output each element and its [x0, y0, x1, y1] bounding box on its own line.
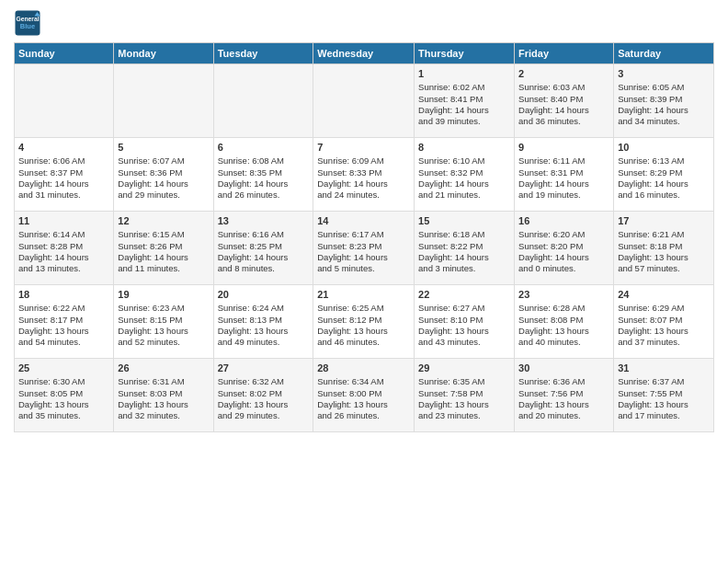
day-info: Daylight: 13 hours — [218, 326, 310, 337]
day-info: Sunset: 7:58 PM — [418, 388, 510, 399]
calendar-day-cell: 30Sunrise: 6:36 AMSunset: 7:56 PMDayligh… — [515, 359, 614, 432]
day-number: 19 — [118, 288, 209, 301]
day-info: Daylight: 13 hours — [118, 326, 209, 337]
day-info: Sunrise: 6:14 AM — [18, 229, 109, 240]
day-info: Sunset: 8:18 PM — [618, 241, 710, 252]
day-info: Sunset: 8:17 PM — [18, 315, 109, 326]
day-info: Sunset: 8:07 PM — [618, 315, 710, 326]
day-info: and 5 minutes. — [317, 263, 410, 274]
day-number: 25 — [18, 362, 109, 374]
day-info: and 23 minutes. — [418, 410, 510, 421]
day-info: Sunrise: 6:11 AM — [518, 155, 609, 167]
calendar-week-row: 25Sunrise: 6:30 AMSunset: 8:05 PMDayligh… — [15, 359, 714, 432]
day-info: Daylight: 14 hours — [118, 252, 209, 263]
day-info: Daylight: 14 hours — [118, 178, 209, 190]
day-info: Sunrise: 6:23 AM — [118, 303, 209, 314]
day-info: Daylight: 14 hours — [618, 178, 710, 190]
calendar-day-cell: 4Sunrise: 6:06 AMSunset: 8:37 PMDaylight… — [15, 138, 114, 212]
calendar-day-cell: 5Sunrise: 6:07 AMSunset: 8:36 PMDaylight… — [114, 138, 213, 212]
day-number: 29 — [418, 362, 510, 374]
day-number: 6 — [218, 141, 310, 154]
day-info: and 36 minutes. — [518, 116, 609, 127]
day-info: Sunrise: 6:29 AM — [618, 303, 710, 314]
calendar-day-cell: 15Sunrise: 6:18 AMSunset: 8:22 PMDayligh… — [415, 212, 515, 285]
calendar-day-cell: 25Sunrise: 6:30 AMSunset: 8:05 PMDayligh… — [15, 359, 114, 432]
day-info: Daylight: 13 hours — [418, 399, 510, 410]
svg-text:General: General — [16, 16, 39, 22]
day-info: Sunrise: 6:21 AM — [618, 229, 710, 240]
day-number: 1 — [418, 67, 510, 80]
calendar-day-cell: 22Sunrise: 6:27 AMSunset: 8:10 PMDayligh… — [415, 285, 515, 359]
calendar-week-row: 4Sunrise: 6:06 AMSunset: 8:37 PMDaylight… — [15, 138, 714, 212]
day-info: Sunset: 8:13 PM — [218, 315, 310, 326]
day-info: and 11 minutes. — [118, 263, 209, 274]
day-info: Sunset: 8:10 PM — [418, 315, 510, 326]
day-info: and 31 minutes. — [18, 190, 109, 201]
calendar-day-cell: 12Sunrise: 6:15 AMSunset: 8:26 PMDayligh… — [114, 212, 213, 285]
calendar-day-cell: 9Sunrise: 6:11 AMSunset: 8:31 PMDaylight… — [515, 138, 614, 212]
day-info: Sunset: 8:25 PM — [218, 241, 310, 252]
calendar-day-cell — [213, 64, 313, 138]
day-info: Daylight: 13 hours — [218, 399, 310, 410]
day-info: and 29 minutes. — [218, 410, 310, 421]
calendar-day-cell: 17Sunrise: 6:21 AMSunset: 8:18 PMDayligh… — [614, 212, 714, 285]
day-info: Sunset: 8:39 PM — [618, 94, 710, 105]
day-info: Sunrise: 6:18 AM — [418, 229, 510, 240]
day-number: 17 — [618, 214, 710, 227]
day-info: Sunset: 8:03 PM — [118, 388, 209, 399]
calendar-day-cell: 13Sunrise: 6:16 AMSunset: 8:25 PMDayligh… — [213, 212, 313, 285]
day-info: Daylight: 13 hours — [518, 326, 609, 337]
day-info: Daylight: 13 hours — [418, 326, 510, 337]
day-info: Daylight: 13 hours — [317, 399, 410, 410]
calendar-day-cell: 26Sunrise: 6:31 AMSunset: 8:03 PMDayligh… — [114, 359, 213, 432]
day-info: Daylight: 14 hours — [418, 178, 510, 190]
day-number: 24 — [618, 288, 710, 301]
day-info: Sunset: 8:12 PM — [317, 315, 410, 326]
day-info: and 35 minutes. — [18, 410, 109, 421]
day-info: Sunrise: 6:24 AM — [218, 303, 310, 314]
calendar-day-cell: 14Sunrise: 6:17 AMSunset: 8:23 PMDayligh… — [313, 212, 415, 285]
day-info: Sunrise: 6:16 AM — [218, 229, 310, 240]
calendar-header-cell: Monday — [114, 43, 213, 64]
calendar-header-cell: Wednesday — [313, 43, 415, 64]
day-info: Sunrise: 6:15 AM — [118, 229, 209, 240]
day-number: 14 — [317, 214, 410, 227]
day-info: Sunset: 8:29 PM — [618, 167, 710, 178]
day-info: Sunset: 8:00 PM — [317, 388, 410, 399]
day-number: 20 — [218, 288, 310, 301]
day-info: and 16 minutes. — [618, 190, 710, 201]
day-info: Sunrise: 6:28 AM — [518, 303, 609, 314]
day-info: Sunrise: 6:35 AM — [418, 376, 510, 387]
day-info: Daylight: 14 hours — [18, 178, 109, 190]
day-info: Sunset: 8:20 PM — [518, 241, 609, 252]
day-info: Daylight: 14 hours — [218, 252, 310, 263]
day-number: 8 — [418, 141, 510, 154]
day-info: and 54 minutes. — [18, 337, 109, 348]
day-info: and 40 minutes. — [518, 337, 609, 348]
calendar-header-row: SundayMondayTuesdayWednesdayThursdayFrid… — [15, 43, 714, 64]
day-number: 27 — [218, 362, 310, 374]
day-number: 26 — [118, 362, 209, 374]
day-info: and 19 minutes. — [518, 190, 609, 201]
day-info: Sunset: 8:31 PM — [518, 167, 609, 178]
day-info: Daylight: 14 hours — [418, 252, 510, 263]
day-number: 5 — [118, 141, 209, 154]
calendar-day-cell: 23Sunrise: 6:28 AMSunset: 8:08 PMDayligh… — [515, 285, 614, 359]
calendar-day-cell: 7Sunrise: 6:09 AMSunset: 8:33 PMDaylight… — [313, 138, 415, 212]
day-info: Daylight: 14 hours — [317, 252, 410, 263]
day-info: Sunrise: 6:31 AM — [118, 376, 209, 387]
calendar-day-cell: 20Sunrise: 6:24 AMSunset: 8:13 PMDayligh… — [213, 285, 313, 359]
day-info: Sunset: 8:02 PM — [218, 388, 310, 399]
day-info: and 32 minutes. — [118, 410, 209, 421]
day-info: Sunrise: 6:27 AM — [418, 303, 510, 314]
day-info: Sunset: 8:35 PM — [218, 167, 310, 178]
day-info: Daylight: 13 hours — [618, 252, 710, 263]
day-info: and 34 minutes. — [618, 116, 710, 127]
day-number: 16 — [518, 214, 609, 227]
day-info: and 17 minutes. — [618, 410, 710, 421]
day-number: 13 — [218, 214, 310, 227]
day-info: and 52 minutes. — [118, 337, 209, 348]
day-number: 4 — [18, 141, 109, 154]
day-info: Daylight: 13 hours — [18, 326, 109, 337]
day-number: 22 — [418, 288, 510, 301]
